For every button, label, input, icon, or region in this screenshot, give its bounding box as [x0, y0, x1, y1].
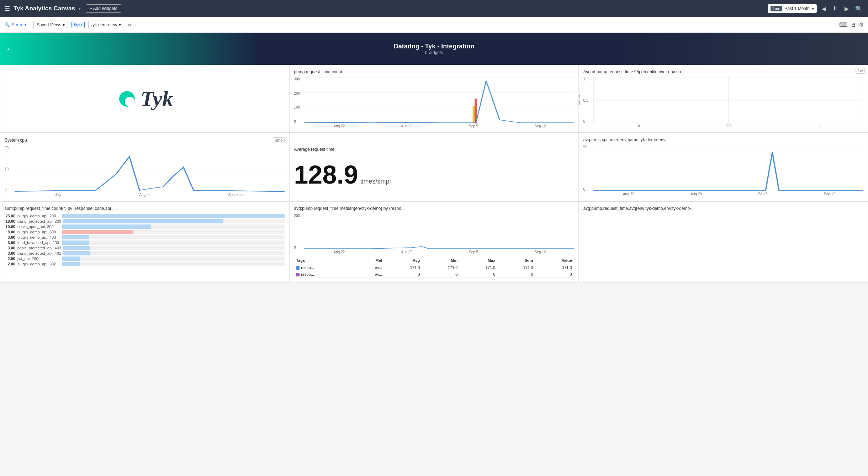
3mo-badge: 3mo: [273, 137, 285, 143]
saved-views-dropdown[interactable]: Saved Views ▾: [33, 21, 68, 29]
col-met: Met: [354, 257, 384, 264]
search-area[interactable]: 🔍 Search...: [4, 22, 30, 27]
max-cell: 171.0: [460, 264, 497, 271]
sum-pump-bars: 25.00 plugin_demo_api, 200 18.00 basic_p…: [5, 214, 285, 266]
system-cpu-svg: [15, 146, 285, 192]
x-label: Aug 22: [334, 124, 345, 128]
bar-fill: [62, 262, 80, 266]
table-row: 3.00 basic_protected_api, 401: [5, 251, 285, 255]
settings-gear-icon[interactable]: ⚙: [859, 21, 864, 28]
avg-pump-percentile-widget: Avg of pump.request_time.95percentile ov…: [579, 65, 868, 133]
value-cell: 0: [535, 271, 574, 278]
hero-banner: › Datadog - Tyk - Integration 0 widgets: [0, 33, 868, 65]
bar-value: 18.00: [5, 219, 15, 223]
bar-label: basic_protected_api, 200: [17, 219, 61, 223]
avg-cell: 0: [384, 271, 422, 278]
add-widgets-button[interactable]: + Add Widgets: [86, 4, 121, 13]
bar-value: 8.00: [5, 230, 15, 234]
app-title: Tyk Analytics Canvas: [14, 5, 75, 12]
hero-chevron-icon[interactable]: ›: [7, 45, 9, 53]
x-label: Aug 22: [623, 192, 634, 196]
bar-label: basic_protected_api, 401: [17, 251, 61, 255]
y-axis-label: Counts: [579, 95, 581, 106]
time-badge: 1mo: [771, 6, 782, 11]
y-label: 10: [5, 167, 13, 171]
y-label: 0: [5, 188, 13, 192]
time-selector[interactable]: 1mo Past 1 Month ▾: [768, 4, 817, 13]
bar-fill: [62, 214, 285, 218]
1w-badge: 1w: [856, 68, 865, 74]
system-cpu-widget: System cpu 3mo 20 10 0 July August Septe…: [0, 133, 289, 201]
bar-label: plugin_demo_api, 200: [17, 214, 60, 218]
hamburger-icon[interactable]: ☰: [4, 5, 10, 12]
search-label[interactable]: Search...: [11, 22, 30, 27]
bar-container: [62, 240, 285, 245]
bar-fill: [62, 224, 151, 229]
bar-container: [63, 219, 285, 223]
edit-pencil-icon[interactable]: ✏: [128, 22, 132, 28]
avg-pump-median-widget: avg:pump.request_time.median{env:tyk-dem…: [289, 201, 578, 282]
sub-nav: 🔍 Search... Saved Views ▾ $var tyk-demo-…: [0, 17, 868, 33]
svg-point-1: [125, 97, 135, 107]
x-label: Aug 29: [401, 124, 413, 128]
sum-cell: 171.0: [497, 264, 535, 271]
y-label: 0: [583, 187, 592, 191]
table-row: 3.00 basic_protected_api, 403: [5, 246, 285, 250]
nav-next-icon[interactable]: ▶: [843, 4, 850, 14]
avg-pump-avg-widget: avg:pump.request_time.avg{env:tyk-demo,e…: [579, 201, 868, 282]
col-value: Value: [535, 257, 574, 264]
title-chevron-icon[interactable]: ▾: [79, 6, 81, 11]
bar-container: [62, 224, 285, 229]
x-label: 0: [638, 124, 640, 128]
bar-container: [62, 235, 285, 239]
dashboard-grid: Tyk pump.request_time.count 300 200 100 …: [0, 65, 868, 282]
y-label: 0: [583, 120, 592, 123]
bar-container: [62, 262, 285, 266]
bar-label: jwt_api, 200: [17, 256, 60, 261]
col-avg: Avg: [384, 257, 422, 264]
var-dropdown[interactable]: tyk-demo-env ▾: [88, 21, 124, 29]
widget-title-redis-cpu: avg:redis.cpu.user{env:name:tyk-demo-env…: [583, 137, 863, 142]
time-chevron-icon: ▾: [812, 6, 814, 11]
hero-subtitle: 0 widgets: [394, 50, 475, 55]
sum-pump-widget: sum:pump.request_time.count{*} by {respo…: [0, 201, 289, 282]
x-label: Sep 12: [824, 192, 835, 196]
x-label: Sep 5: [469, 124, 478, 128]
widget-title-system-cpu: System cpu: [5, 138, 27, 143]
x-label: 0.5: [726, 124, 731, 128]
keyboard-icon[interactable]: ⌨: [839, 21, 847, 28]
table-row: respo... av... 0 0 0 0 0: [294, 271, 574, 278]
pump-count-chart: 300 200 100 0: [294, 77, 574, 128]
nav-pause-icon[interactable]: ⏸: [831, 4, 840, 13]
x-label: Sep 12: [535, 124, 546, 128]
bar-label: plugin_demo_api, 500: [17, 230, 60, 234]
nav-prev-icon[interactable]: ◀: [820, 4, 827, 14]
y-label: 0: [294, 120, 302, 123]
monitor-icon[interactable]: 🖥: [850, 22, 856, 28]
bar-container: [62, 230, 285, 234]
value-cell: 171.0: [535, 264, 574, 271]
tyk-leaf-icon: [116, 88, 138, 110]
bar-fill: [63, 246, 90, 250]
bar-label: plugin_demo_api, 502: [17, 262, 60, 266]
pump-count-svg: [304, 77, 574, 123]
var-chevron-icon: ▾: [119, 22, 121, 27]
bar-container: [62, 214, 285, 218]
y-label: 200: [294, 214, 302, 218]
y-label: 20: [5, 146, 13, 150]
table-row: 18.00 basic_protected_api, 200: [5, 219, 285, 223]
redis-cpu-svg: [593, 145, 863, 191]
saved-views-chevron-icon: ▾: [63, 22, 65, 27]
x-label: Aug 29: [690, 192, 702, 196]
table-row: 2.00 jwt_api, 200: [5, 256, 285, 261]
search-icon[interactable]: 🔍: [854, 4, 864, 14]
col-min: Min: [422, 257, 460, 264]
bar-value: 3.00: [5, 251, 15, 255]
y-label: 1: [583, 77, 592, 81]
bar-fill: [63, 251, 90, 255]
y-label: 200: [294, 91, 302, 95]
bar-value: 10.00: [5, 224, 15, 229]
bar-container: [63, 251, 285, 255]
widget-title-avg-pump-avg: avg:pump.request_time.avg{env:tyk-demo,e…: [583, 206, 863, 211]
var-badge: $var: [72, 22, 85, 28]
